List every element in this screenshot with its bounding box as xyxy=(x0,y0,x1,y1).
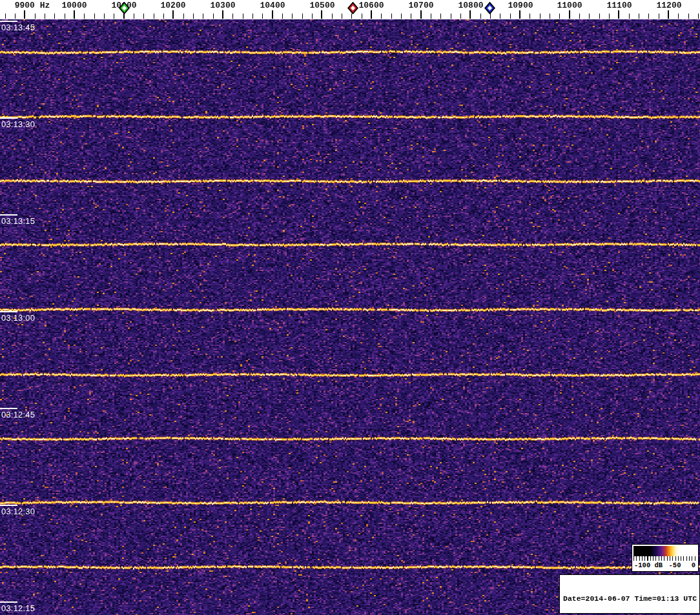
info-date-line: Date=2014-06-07 Time=01:13 UTC xyxy=(563,594,699,603)
colorbar-labels: -100 dB -50 0 xyxy=(632,561,698,570)
freq-tick-label: 10700 xyxy=(408,1,433,10)
freq-tick-label: 11100 xyxy=(606,1,632,10)
colorbar-ticks xyxy=(633,556,697,561)
blue-frequency-marker-icon[interactable] xyxy=(484,2,495,14)
freq-tick-label: 10000 xyxy=(61,1,87,10)
red-frequency-marker-icon[interactable] xyxy=(347,2,358,14)
freq-tick-label: 10500 xyxy=(309,1,335,10)
colorbar-max-label: 0 xyxy=(692,561,695,569)
frequency-ruler[interactable]: 9900 Hz100001010010200103001040010500106… xyxy=(0,0,700,19)
freq-tick-label: 10200 xyxy=(160,1,185,10)
waterfall-spectrogram[interactable] xyxy=(0,19,700,615)
freq-tick-label: 10800 xyxy=(458,1,483,10)
freq-tick-label: 10400 xyxy=(260,1,285,10)
time-tick-label: 03:12:45 xyxy=(1,410,35,419)
time-tick-label: 03:13:30 xyxy=(1,119,35,129)
time-tick-label: 03:13:00 xyxy=(1,313,35,323)
observation-info-box: Date=2014-06-07 Time=01:13 UTC Freq=143 … xyxy=(559,574,700,614)
colorbar: -100 dB -50 0 xyxy=(632,544,699,572)
colorbar-min-label: -100 dB xyxy=(634,561,663,569)
freq-tick-label: 10900 xyxy=(508,1,533,10)
freq-tick-label: 11000 xyxy=(557,1,582,10)
waterfall-area[interactable]: 03:13:4503:13:3003:13:1503:13:0003:12:45… xyxy=(0,19,700,615)
time-tick-label: 03:13:45 xyxy=(1,23,35,32)
time-tick-label: 03:12:30 xyxy=(1,507,35,516)
time-tick-label: 03:12:15 xyxy=(1,603,35,613)
freq-tick-label: 10300 xyxy=(210,1,235,10)
green-frequency-marker-icon[interactable] xyxy=(119,2,130,14)
time-tick-label: 03:13:15 xyxy=(1,216,35,226)
freq-tick-label: 10600 xyxy=(358,1,384,10)
freq-tick-label: 9900 Hz xyxy=(15,1,50,10)
freq-tick-label: 11200 xyxy=(656,1,681,10)
spectrogram-window: 9900 Hz100001010010200103001040010500106… xyxy=(0,0,700,615)
colorbar-gradient xyxy=(633,546,697,556)
colorbar-mid-label: -50 xyxy=(669,561,681,569)
